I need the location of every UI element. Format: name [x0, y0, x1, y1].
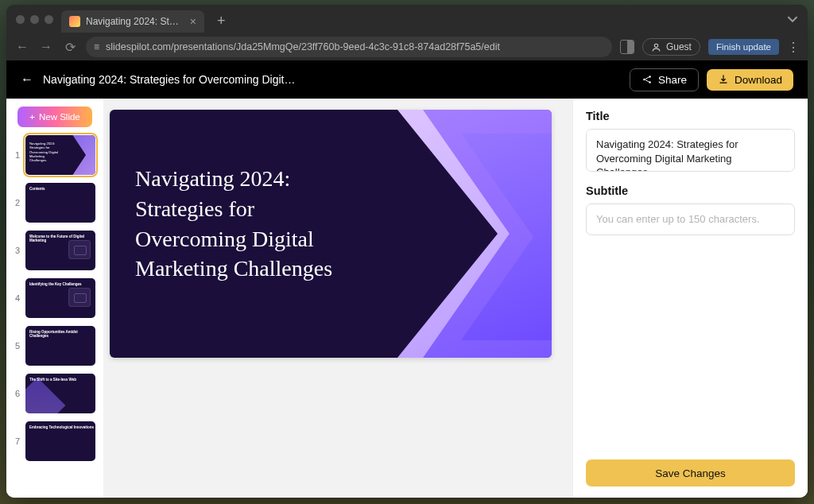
thumb-title: The Shift to a Site-less Web: [29, 378, 76, 382]
person-icon: [651, 42, 661, 52]
nav-back-button[interactable]: ←: [14, 40, 30, 54]
thumb-number: 1: [14, 150, 21, 160]
thumb-row: 6 The Shift to a Site-less Web: [14, 374, 95, 413]
finish-update-button[interactable]: Finish update: [708, 39, 779, 55]
thumb-title: Rising Opportunities Amidst Challenges: [29, 330, 95, 338]
subtitle-field-label: Subtitle: [586, 184, 795, 197]
image-placeholder-icon: [68, 240, 91, 259]
thumb-number: 2: [14, 198, 21, 207]
profile-button[interactable]: Guest: [642, 38, 700, 56]
browser-window: Navigating 2024: Strategies f… × + ← → ⟳…: [6, 5, 808, 498]
title-field-label: Title: [586, 110, 795, 122]
favicon: [69, 16, 80, 27]
window-close[interactable]: [16, 15, 25, 24]
profile-label: Guest: [666, 41, 692, 52]
app-back-button[interactable]: ←: [21, 72, 33, 87]
svg-point-2: [649, 76, 651, 78]
new-tab-button[interactable]: +: [217, 13, 226, 29]
browser-menu-button[interactable]: ⋮: [787, 40, 800, 55]
thumb-row: 3 Welcome to the Future of Digital Marke…: [14, 231, 95, 270]
slide-canvas[interactable]: Navigating 2024: Strategies for Overcomi…: [110, 110, 552, 358]
svg-point-0: [654, 44, 657, 47]
slide-canvas-area[interactable]: Navigating 2024: Strategies for Overcomi…: [103, 99, 572, 498]
nav-forward-button: →: [38, 40, 54, 54]
side-panel-icon[interactable]: [620, 40, 634, 54]
thumb-title: Contents: [29, 187, 45, 191]
share-icon: [642, 74, 653, 85]
chevron-down-icon[interactable]: [787, 14, 798, 25]
url-bar[interactable]: ≡ slidespilot.com/presentations/Jda25Mmg…: [86, 37, 612, 57]
thumb-number: 6: [14, 389, 21, 398]
save-label: Save Changes: [655, 467, 726, 479]
presentation-title: Navigating 2024: Strategies for Overcomi…: [43, 73, 295, 86]
thumb-row: 5 Rising Opportunities Amidst Challenges: [14, 326, 95, 366]
subtitle-input[interactable]: [586, 204, 795, 235]
plus-icon: +: [29, 112, 35, 122]
url-text: slidespilot.com/presentations/Jda25MmgQe…: [106, 41, 500, 52]
thumb-title: Identifying the Key Challenges: [29, 282, 82, 286]
new-slide-button[interactable]: + New Slide: [17, 107, 92, 127]
slide-thumb-5[interactable]: Rising Opportunities Amidst Challenges: [25, 326, 95, 366]
app-body: + New Slide 1 Navigating 2024: Strategie…: [6, 99, 808, 498]
slide-thumb-1[interactable]: Navigating 2024: Strategies for Overcomi…: [25, 135, 95, 175]
reload-button[interactable]: ⟳: [62, 40, 78, 55]
thumb-row: 1 Navigating 2024: Strategies for Overco…: [14, 135, 95, 175]
download-icon: [718, 74, 729, 85]
window-controls: [16, 15, 53, 24]
app-header: ← Navigating 2024: Strategies for Overco…: [6, 60, 808, 99]
window-maximize[interactable]: [45, 15, 53, 24]
share-label: Share: [658, 74, 687, 86]
svg-point-3: [649, 81, 651, 83]
download-button[interactable]: Download: [707, 69, 793, 91]
slide-thumb-2[interactable]: Contents: [25, 183, 95, 223]
browser-tab[interactable]: Navigating 2024: Strategies f… ×: [61, 10, 204, 33]
tab-close-icon[interactable]: ×: [190, 15, 196, 28]
share-button[interactable]: Share: [630, 68, 699, 91]
tab-title: Navigating 2024: Strategies f…: [86, 16, 181, 27]
thumb-row: 2 Contents: [14, 183, 95, 223]
download-label: Download: [735, 74, 782, 86]
svg-point-1: [643, 79, 645, 81]
slide-thumb-4[interactable]: Identifying the Key Challenges: [25, 278, 95, 318]
thumb-number: 5: [14, 341, 21, 351]
slide-thumb-7[interactable]: Embracing Technological Innovations: [25, 421, 95, 461]
thumb-row: 4 Identifying the Key Challenges: [14, 278, 95, 318]
thumb-row: 7 Embracing Technological Innovations: [14, 421, 95, 461]
save-changes-button[interactable]: Save Changes: [586, 459, 795, 487]
slide-thumb-3[interactable]: Welcome to the Future of Digital Marketi…: [25, 231, 95, 270]
site-settings-icon[interactable]: ≡: [94, 41, 99, 52]
thumb-title: Embracing Technological Innovations: [29, 425, 94, 429]
thumb-number: 7: [14, 436, 21, 446]
slide-thumb-6[interactable]: The Shift to a Site-less Web: [25, 374, 95, 413]
thumb-number: 4: [14, 293, 21, 303]
image-placeholder-icon: [68, 288, 91, 307]
slide-thumbnails-sidebar: + New Slide 1 Navigating 2024: Strategie…: [6, 99, 103, 498]
thumb-title: Navigating 2024: Strategies for Overcomi…: [29, 142, 61, 163]
title-input[interactable]: [586, 129, 795, 172]
slide-title-text[interactable]: Navigating 2024: Strategies for Overcomi…: [135, 164, 374, 284]
titlebar: Navigating 2024: Strategies f… × +: [6, 5, 808, 33]
window-minimize[interactable]: [30, 15, 39, 24]
new-slide-label: New Slide: [39, 112, 80, 122]
address-bar: ← → ⟳ ≡ slidespilot.com/presentations/Jd…: [6, 33, 808, 60]
thumb-number: 3: [14, 246, 21, 255]
properties-panel: Title Subtitle Save Changes: [572, 99, 808, 498]
